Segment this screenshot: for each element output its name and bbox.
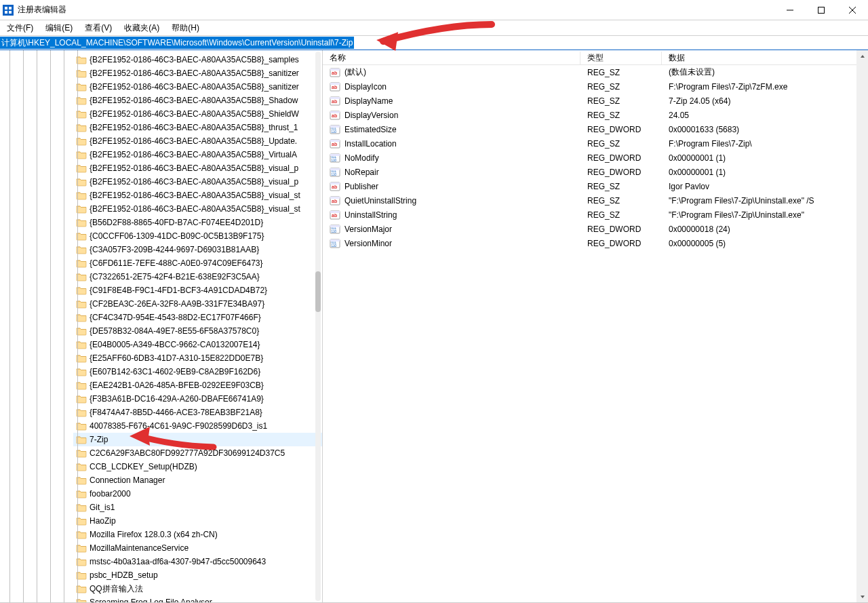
tree-item[interactable]: {B2FE1952-0186-46C3-BAEC-A80AA35AC5B8}_V…: [73, 148, 322, 161]
value-type: REG_SZ: [580, 96, 662, 106]
tree-item[interactable]: {CF2BEA3C-26EA-32F8-AA9B-331F7E34BA97}: [73, 297, 322, 311]
tree-item[interactable]: {B2FE1952-0186-46C3-BAEC-A80AA35AC5B8}_v…: [73, 189, 322, 202]
tree-item[interactable]: {F8474A47-8B5D-4466-ACE3-78EAB3BF21A8}: [73, 406, 322, 419]
close-button[interactable]: [837, 0, 868, 20]
value-row[interactable]: (默认)REG_SZ(数值未设置): [323, 65, 868, 79]
value-name: VersionMajor: [344, 225, 392, 234]
tree-item[interactable]: {CF4C347D-954E-4543-88D2-EC17F07F466F}: [73, 311, 322, 324]
value-name: InstallLocation: [344, 139, 397, 149]
tree-item[interactable]: {C91F8E4B-F9C1-4FD1-BCF3-4A91CDAD4B72}: [73, 284, 322, 297]
tree-item[interactable]: {B2FE1952-0186-46C3-BAEC-A80AA35AC5B8}_S…: [73, 107, 322, 121]
tree-item[interactable]: {C6FD611E-7EFE-488C-A0E0-974C09EF6473}: [73, 256, 322, 270]
minimize-button[interactable]: [774, 0, 806, 20]
tree-item[interactable]: C2C6A29F3ABC80FD992777A92DF30699124D37C5: [73, 446, 322, 460]
tree-item[interactable]: {B2FE1952-0186-46C3-BAEC-A80AA35AC5B8}_s…: [73, 53, 322, 66]
tree-item[interactable]: Screaming Frog Log File Analyser: [73, 596, 322, 602]
value-row[interactable]: DisplayIconREG_SZF:\Program Files\7-Zip\…: [323, 79, 868, 94]
tree-item[interactable]: 40078385-F676-4C61-9A9C-F9028599D6D3_is1: [73, 419, 322, 433]
tree-item[interactable]: {E607B142-63C1-4602-9EB9-C8A2B9F162D6}: [73, 365, 322, 378]
tree-item[interactable]: {B2FE1952-0186-46C3-BAEC-A80AA35AC5B8}_U…: [73, 134, 322, 148]
menu-favorites[interactable]: 收藏夹(A): [119, 21, 165, 35]
right-scrollbar[interactable]: [856, 50, 868, 602]
value-row[interactable]: PublisherREG_SZIgor Pavlov: [323, 179, 868, 193]
reg-string-icon: [330, 181, 340, 192]
tree-item-label: QQ拼音输入法: [90, 583, 143, 595]
tree-item-label: Git_is1: [90, 503, 115, 512]
value-row[interactable]: InstallLocationREG_SZF:\Program Files\7-…: [323, 136, 868, 151]
tree-item-label: foobar2000: [90, 489, 131, 499]
tree-item-label: mstsc-4b0a31aa-df6a-4307-9b47-d5cc500096…: [90, 557, 266, 566]
tree-item[interactable]: {E04B0005-A349-4BCC-9662-CA0132007E14}: [73, 338, 322, 351]
tree-item[interactable]: {B2FE1952-0186-46C3-BAEC-A80AA35AC5B8}_s…: [73, 66, 322, 80]
tree-item[interactable]: Mozilla Firefox 128.0.3 (x64 zh-CN): [73, 528, 322, 541]
tree-item[interactable]: foobar2000: [73, 487, 322, 501]
tree-item[interactable]: {E25AFF60-6DB3-41D7-A310-15E822DD0E7B}: [73, 351, 322, 365]
reg-string-icon: [330, 110, 340, 121]
column-name[interactable]: 名称: [323, 52, 580, 64]
value-row[interactable]: VersionMajorREG_DWORD0x00000018 (24): [323, 222, 868, 236]
value-name: Publisher: [344, 182, 378, 191]
tree-scrollbar[interactable]: [315, 52, 321, 601]
tree-item[interactable]: CCB_LCDKEY_Setup(HDZB): [73, 460, 322, 473]
tree-item[interactable]: {C0CCFF06-1309-41DC-B09C-0C5B13B9F175}: [73, 229, 322, 243]
tree-item[interactable]: {B2FE1952-0186-46C3-BAEC-A80AA35AC5B8}_S…: [73, 94, 322, 107]
maximize-button[interactable]: [806, 0, 837, 20]
tree-item[interactable]: {B2FE1952-0186-46C3-BAEC-A80AA35AC5B8}_v…: [73, 175, 322, 189]
values-pane: 名称 类型 数据 (默认)REG_SZ(数值未设置)DisplayIconREG…: [323, 50, 868, 602]
value-data: "F:\Program Files\7-Zip\Uninstall.exe": [662, 210, 868, 220]
folder-icon: [76, 421, 87, 431]
value-row[interactable]: EstimatedSizeREG_DWORD0x00001633 (5683): [323, 122, 868, 136]
folder-icon: [76, 258, 87, 268]
folder-icon: [76, 204, 87, 214]
tree-item[interactable]: {F3B3A61B-DC16-429A-A260-DBAFE66741A9}: [73, 392, 322, 406]
tree-item[interactable]: {EAE242B1-0A26-485A-BFEB-0292EE9F03CB}: [73, 378, 322, 392]
tree-item[interactable]: HaoZip: [73, 514, 322, 528]
tree-item[interactable]: QQ拼音输入法: [73, 582, 322, 596]
tree-item[interactable]: {B56D2F88-8865-40FD-B7AC-F074EE4D201D}: [73, 216, 322, 229]
folder-icon: [76, 503, 87, 512]
address-path[interactable]: 计算机\HKEY_LOCAL_MACHINE\SOFTWARE\Microsof…: [0, 37, 354, 49]
value-name: NoModify: [344, 153, 379, 163]
svg-rect-2: [5, 11, 7, 14]
menu-help[interactable]: 帮助(H): [166, 21, 205, 35]
value-row[interactable]: QuietUninstallStringREG_SZ"F:\Program Fi…: [323, 193, 868, 208]
column-type[interactable]: 类型: [580, 52, 662, 64]
values-list[interactable]: (默认)REG_SZ(数值未设置)DisplayIconREG_SZF:\Pro…: [323, 65, 868, 602]
tree-item[interactable]: mstsc-4b0a31aa-df6a-4307-9b47-d5cc500096…: [73, 555, 322, 568]
value-row[interactable]: UninstallStringREG_SZ"F:\Program Files\7…: [323, 208, 868, 222]
tree-item[interactable]: {B2FE1952-0186-46C3-BAEC-A80AA35AC5B8}_v…: [73, 161, 322, 175]
tree-item[interactable]: {DE578B32-084A-49E7-8E55-6F58A37578C0}: [73, 324, 322, 338]
value-type: REG_SZ: [580, 196, 662, 206]
scroll-down-icon[interactable]: [856, 591, 868, 602]
value-type: REG_DWORD: [580, 153, 662, 163]
value-row[interactable]: DisplayNameREG_SZ7-Zip 24.05 (x64): [323, 94, 868, 108]
menu-edit[interactable]: 编辑(E): [40, 21, 78, 35]
tree-item[interactable]: Git_is1: [73, 501, 322, 514]
folder-icon: [76, 231, 87, 241]
tree-item[interactable]: {C3A057F3-209B-4244-9697-D69031B81AAB}: [73, 243, 322, 256]
tree-item[interactable]: Connection Manager: [73, 473, 322, 487]
menu-view[interactable]: 查看(V): [79, 21, 117, 35]
tree-item-label: {B2FE1952-0186-46C3-BAEC-A80AA35AC5B8}_S…: [90, 109, 299, 119]
menu-file[interactable]: 文件(F): [1, 21, 39, 35]
tree-item[interactable]: {B2FE1952-0186-46C3-BAEC-A80AA35AC5B8}_s…: [73, 80, 322, 94]
value-type: REG_SZ: [580, 139, 662, 149]
tree-item-label: {B2FE1952-0186-46C3-BAEC-A80AA35AC5B8}_v…: [90, 163, 298, 173]
tree-item-label: {B2FE1952-0186-46C3-BAEC-A80AA35AC5B8}_s…: [90, 69, 299, 78]
value-row[interactable]: NoModifyREG_DWORD0x00000001 (1): [323, 151, 868, 165]
tree-item[interactable]: {B2FE1952-0186-46C3-BAEC-A80AA35AC5B8}_v…: [73, 202, 322, 216]
tree-item[interactable]: MozillaMaintenanceService: [73, 541, 322, 555]
value-row[interactable]: DisplayVersionREG_SZ24.05: [323, 108, 868, 122]
value-row[interactable]: NoRepairREG_DWORD0x00000001 (1): [323, 165, 868, 179]
tree-scrollbar-thumb[interactable]: [315, 271, 321, 312]
tree-item-selected[interactable]: 7-Zip: [73, 433, 322, 446]
scroll-up-icon[interactable]: [856, 50, 868, 62]
tree-pane[interactable]: {B2FE1952-0186-46C3-BAEC-A80AA35AC5B8}_s…: [0, 50, 323, 602]
tree-item[interactable]: psbc_HDZB_setup: [73, 568, 322, 582]
tree-item[interactable]: {C7322651-2E75-42F4-B21E-638E92F3C5AA}: [73, 270, 322, 284]
column-data[interactable]: 数据: [662, 52, 868, 64]
value-row[interactable]: VersionMinorREG_DWORD0x00000005 (5): [323, 236, 868, 250]
tree-item-label: {C6FD611E-7EFE-488C-A0E0-974C09EF6473}: [90, 258, 262, 268]
tree-item[interactable]: {B2FE1952-0186-46C3-BAEC-A80AA35AC5B8}_t…: [73, 121, 322, 134]
address-bar[interactable]: 计算机\HKEY_LOCAL_MACHINE\SOFTWARE\Microsof…: [0, 35, 868, 50]
